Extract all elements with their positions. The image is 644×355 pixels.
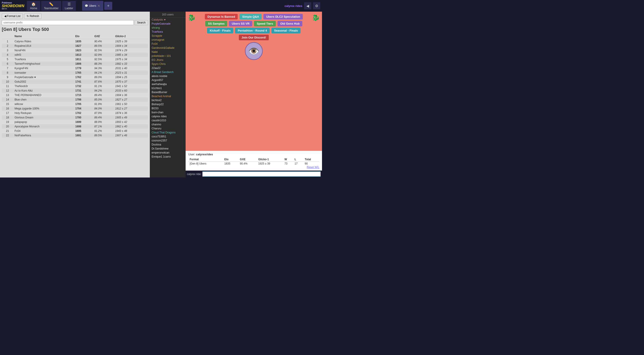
list-item[interactable]: coonom2357 [150,139,186,143]
close-tab-button[interactable]: ✕ [97,4,100,8]
room-btn-2[interactable]: Ubers DLC2 Speculation [264,14,303,20]
list-item[interactable]: bichboi2 [150,98,186,102]
name-cell: NoraF4N [13,48,74,53]
list-item[interactable]: TrueNora [150,30,186,34]
room-btn-10[interactable]: Join Our Discord! [239,35,269,40]
list-item[interactable]: Beached Animal [150,94,186,98]
table-row[interactable]: 12 Az to Kuro Alkz 1731 94.2% 2033 ± 60 [2,88,148,93]
list-item[interactable]: shrang [150,26,186,30]
list-item[interactable]: Fc04 [150,42,186,46]
room-btn-7[interactable]: Kickoff - Finals [207,28,233,33]
list-item[interactable]: Gardevoir&Gallade [150,46,186,50]
table-row[interactable]: 9 PurpleGatorade ♥ 1762 89.0% 1894 ± 25 [2,75,148,80]
search-button[interactable]: Search [134,20,148,25]
table-row[interactable]: 4 xdhf3 1813 92.9% 1985 ± 34 [2,53,148,57]
settings-button[interactable]: ⚙ [313,2,320,10]
table-row[interactable]: 15 willcow 1705 91.9% 1961 ± 50 [2,102,148,106]
room-btn-6[interactable]: Old Gens Hub [278,21,302,27]
list-item[interactable]: emperorvolcan [150,151,186,155]
table-row[interactable]: 6 TannerFrmHghschool 1806 88.3% 1882 ± 3… [2,62,148,66]
table-row[interactable]: 13 THE PERMABANNED 1715 89.4% 1904 ± 36 [2,93,148,97]
list-item[interactable]: A Bread Sandwich [150,70,186,74]
list-item[interactable]: Enrique1 1carro [150,155,186,159]
list-item[interactable]: Argon657 [150,78,186,82]
room-btn-3[interactable]: SS Samples [205,21,227,27]
list-item[interactable]: Nalei [150,50,186,54]
elo-cell: 1704 [74,106,93,111]
list-item[interactable]: EG Jhonx [150,58,186,62]
table-row[interactable]: 7 KyogreF4N 1779 94.3% 2031 ± 40 [2,66,148,71]
list-item[interactable]: buni-chan [150,110,186,114]
reset-wl-link[interactable]: Reset W/L [307,166,319,169]
glicko-cell: 1812 ± 27 [114,106,148,111]
list-item[interactable]: PurpleGatorade [150,22,186,26]
list-item[interactable]: Bl153 [150,106,186,110]
room-btn-9[interactable]: Seasonal - Finals [272,28,300,33]
room-buttons: Dynamax Is BannedSimple Q&AUbers DLC2 Sp… [196,14,312,40]
list-item[interactable]: Charuru [150,127,186,131]
ubers-tab[interactable]: 💬 Ubers ✕ [82,1,103,11]
list-item[interactable]: coco753951 [150,135,186,139]
chat-input[interactable] [202,171,321,177]
room-buttons-row4: Join Our Discord! [239,35,269,40]
username-prefix-input[interactable] [2,20,134,25]
list-item[interactable]: BasedBurner [150,90,186,94]
list-item[interactable]: Dockiva [150,143,186,147]
name-header[interactable]: Name [13,34,74,39]
room-btn-0[interactable]: Dynamax Is Banned [205,14,238,20]
table-row[interactable]: 1 Calyrex Rides 1835 90.4% 1925 ± 39 [2,39,148,44]
table-row[interactable]: 18 Glorious Dream 1700 89.4% 1905 ± 49 [2,115,148,120]
table-row[interactable]: 21 Fc04 1695 91.2% 1943 ± 48 [2,129,148,133]
ladder-body: 1 Calyrex Rides 1835 90.4% 1925 ± 39 2 R… [2,39,148,138]
glicko-col-header: Glicko-1 [257,157,283,162]
ladder-button[interactable]: ☰ Ladder [62,1,76,11]
table-row[interactable]: 5 TrueNora 1811 92.5% 1975 ± 34 [2,57,148,62]
elo-header[interactable]: Elo [74,34,93,39]
room-btn-1[interactable]: Simple Q&A [240,14,262,20]
stats-glicko: 1925 ± 39 [257,162,283,166]
list-item[interactable]: alexis noobie [150,74,186,78]
format-list-button[interactable]: ◀ Format List [2,14,23,19]
list-item[interactable]: Cloud That Dragons [150,131,186,135]
table-row[interactable]: 8 icemaster 1765 94.1% 2023 ± 31 [2,71,148,75]
list-item[interactable]: b1chbo1 [150,86,186,90]
table-row[interactable]: 3 NoraF4N 1823 92.5% 1974 ± 29 [2,48,148,53]
list-item[interactable]: 22aa22 [150,66,186,70]
table-row[interactable]: 16 Mega zygarde-100% 1704 84.0% 1812 ± 2… [2,106,148,111]
table-row[interactable]: 2 Ropalme1914 1827 89.5% 1904 ± 34 [2,44,148,48]
list-item[interactable]: cromagnet [150,38,186,42]
back-button[interactable]: ◀ [304,2,311,10]
home-button[interactable]: 🏠 Home [27,1,40,11]
list-item[interactable]: pokeblade☆101 [150,54,186,58]
list-item[interactable]: Dr.Sandshrew [150,147,186,151]
list-item[interactable]: Spyro Chris [150,62,186,66]
gxe-header[interactable]: GXE [93,34,114,39]
room-btn-5[interactable]: Speed Tiers [254,21,276,27]
list-item[interactable]: Bisharp22 [150,102,186,106]
list-item[interactable]: awrhahwajta [150,82,186,86]
room-btn-8[interactable]: Pentathlon - Round 4 [235,28,270,33]
rank-cell: 22 [2,133,13,138]
refresh-button[interactable]: ↻ Refresh [24,14,41,19]
rank-header[interactable] [2,34,13,39]
table-row[interactable]: 22 NotFalseNora 1691 89.5% 1907 ± 46 [2,133,148,138]
list-item[interactable]: caustin1010 [150,118,186,122]
elo-cell: 1698 [74,124,93,129]
table-row[interactable]: 14 Blue chen 1706 85.0% 1827 ± 27 [2,97,148,102]
table-row[interactable]: 10 Golu2002 1741 87.6% 1870 ± 37 [2,80,148,84]
table-row[interactable]: 11 TheNoob3r 1732 91.1% 1941 ± 52 [2,84,148,88]
glicko-cell: 1870 ± 37 [114,80,148,84]
table-row[interactable]: 19 palapapop 1699 88.9% 1893 ± 42 [2,120,148,124]
home-label: Home [30,7,37,10]
teambuilder-button[interactable]: ✏️ Teambuilder [41,1,61,11]
room-btn-4[interactable]: Ubers SS VR [229,21,252,27]
list-item[interactable]: calyrex rides [150,114,186,118]
table-row[interactable]: 20 Apocalypse Monarch 1698 87.1% 1862 ± … [2,124,148,129]
add-tab-button[interactable]: + [104,2,112,10]
name-cell: xdhf3 [13,53,74,57]
glicko-header[interactable]: Glicko-1 [114,34,148,39]
list-item[interactable]: Scrappie [150,34,186,38]
table-row[interactable]: 17 Holy Reduyan 1702 87.9% 1874 ± 36 [2,111,148,115]
list-item[interactable]: chanmo [150,122,186,127]
list-item[interactable]: Catalystic ♥ [150,18,186,22]
